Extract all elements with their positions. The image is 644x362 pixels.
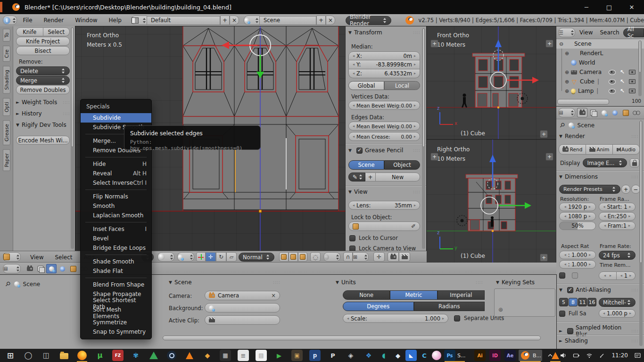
- lock-interface-button[interactable]: [630, 158, 639, 167]
- collapse-region-button[interactable]: [430, 40, 438, 48]
- separate-units-checkbox[interactable]: [454, 315, 460, 321]
- taskbar-app[interactable]: ▤: [255, 350, 268, 361]
- specials-menu-item[interactable]: Select Inverse Ctrl I: [81, 178, 151, 188]
- editor-type-button[interactable]: [3, 16, 17, 25]
- specials-menu-item[interactable]: Blend From Shape: [81, 280, 151, 289]
- clear-icon[interactable]: ×: [271, 292, 276, 299]
- pin-icon[interactable]: [560, 122, 565, 129]
- display-mode-dropdown[interactable]: All Sc: [623, 28, 644, 37]
- full-sample-checkbox[interactable]: [559, 311, 565, 317]
- audio-button[interactable]: Audio: [613, 144, 640, 155]
- knife-button[interactable]: Knife: [16, 27, 43, 36]
- outliner-item-label[interactable]: Camera: [579, 69, 602, 75]
- lock-to-object-field[interactable]: [348, 222, 420, 231]
- panel-grip-icon[interactable]: [413, 189, 420, 195]
- toolshelf-tab[interactable]: Grease: [3, 120, 10, 145]
- outliner-row[interactable]: Cube |: [556, 77, 644, 86]
- editor-type-button[interactable]: ▤: [3, 264, 21, 273]
- outliner-row[interactable]: Camera |: [556, 67, 644, 77]
- scene-name-field[interactable]: Scene: [260, 16, 316, 25]
- toolshelf-tab[interactable]: Shading: [3, 66, 10, 94]
- median-z-field[interactable]: ◂Z:6.43532m▸: [348, 69, 420, 78]
- volume-icon[interactable]: [560, 352, 567, 359]
- taskbar-app[interactable]: ⊞: [4, 350, 17, 361]
- translate-manipulator-button[interactable]: ✛: [206, 252, 216, 262]
- resolution-x-field[interactable]: ◂1920 p▸: [559, 203, 596, 211]
- grease-pencil-checkbox[interactable]: [356, 148, 363, 154]
- frame-step-field[interactable]: ◂Fram:1▸: [599, 222, 636, 230]
- snap-target-dropdown[interactable]: ⊞: [353, 252, 369, 262]
- unit-system-button[interactable]: None: [343, 290, 390, 300]
- eye-icon[interactable]: [609, 89, 616, 94]
- active-clip-field[interactable]: [205, 315, 280, 325]
- specials-menu-item[interactable]: [85, 222, 147, 222]
- taskbar-app[interactable]: FZ: [111, 350, 124, 361]
- outliner-hscrollbar[interactable]: [557, 99, 609, 105]
- taskbar-app[interactable]: ◆: [391, 350, 405, 361]
- frame-rate-dropdown[interactable]: 24 fps: [599, 251, 636, 260]
- snap-cube-button[interactable]: [289, 252, 298, 262]
- add-scene-button[interactable]: +: [316, 16, 326, 25]
- specials-menu-item[interactable]: Snap to Symmetry: [81, 327, 151, 337]
- battery-icon[interactable]: [573, 352, 580, 359]
- outliner-row[interactable]: RenderL |: [556, 49, 644, 58]
- knife-select-button[interactable]: Select: [43, 27, 70, 36]
- toolshelf-tab[interactable]: Opti: [3, 98, 10, 116]
- taskbar-app[interactable]: ✾: [129, 350, 142, 361]
- transform-orientation-dropdown[interactable]: Normal: [239, 253, 274, 262]
- mean-bevel-weight-field[interactable]: ◂Mean Bevel Weig:0.00▸: [348, 101, 420, 110]
- panel-grip-icon[interactable]: [631, 134, 638, 139]
- aspect-x-field[interactable]: ◂: 1.000▸: [559, 251, 596, 259]
- specials-menu-item[interactable]: Laplacian Smooth: [81, 211, 151, 220]
- render-presets-dropdown[interactable]: Render Presets: [559, 185, 620, 194]
- unit-rotation-button[interactable]: Radians: [414, 302, 485, 311]
- panel-grip-icon[interactable]: [413, 148, 420, 153]
- aa-size-field[interactable]: ◂1.000 p▸: [599, 309, 636, 318]
- taskbar-app[interactable]: B...: [519, 350, 542, 361]
- antialiasing-panel-header[interactable]: Anti-Aliasing: [559, 287, 638, 293]
- aa-samples-button[interactable]: 16: [587, 298, 596, 306]
- shading-panel-header[interactable]: Shading: [559, 337, 638, 344]
- tab-constraints[interactable]: [631, 108, 642, 117]
- scene-panel-header[interactable]: Scene: [169, 279, 280, 286]
- close-button[interactable]: ✕: [621, 0, 642, 14]
- panel-grip-icon[interactable]: [63, 100, 70, 105]
- viewport-menu-item[interactable]: Select: [49, 254, 78, 261]
- outliner-item-label[interactable]: World: [579, 59, 595, 66]
- snap-cube-button[interactable]: [298, 252, 307, 262]
- units-panel-header[interactable]: Units: [336, 279, 483, 286]
- outliner-row[interactable]: Scene |: [556, 39, 644, 49]
- minimize-button[interactable]: ─: [576, 0, 597, 14]
- collapse-region-button[interactable]: [545, 40, 553, 48]
- taskbar-app[interactable]: Ai: [473, 350, 487, 361]
- keying-sets-list[interactable]: ⊕: [494, 288, 555, 317]
- local-button[interactable]: Local: [384, 81, 420, 90]
- aa-samples-button[interactable]: 11: [578, 298, 587, 306]
- taskbar-app[interactable]: [75, 350, 89, 361]
- taskbar-app[interactable]: Ae: [504, 350, 517, 361]
- tab-world[interactable]: [57, 264, 67, 273]
- menu-item[interactable]: Help: [103, 17, 127, 24]
- frame-start-field[interactable]: ◂Start: 1▸: [599, 203, 636, 211]
- unit-scale-field[interactable]: ◂Scale:1.000▸: [343, 314, 448, 323]
- taskbar-app[interactable]: ▦: [219, 350, 232, 361]
- selectable-cursor-icon[interactable]: [620, 78, 625, 85]
- transform-panel-header[interactable]: Transform: [348, 29, 420, 36]
- frame-end-field[interactable]: ◂En:250▸: [599, 212, 636, 221]
- outliner-scrollbar[interactable]: [638, 41, 642, 96]
- lens-field[interactable]: ◂Lens:35mm▸: [348, 201, 420, 210]
- checkbox[interactable]: [559, 272, 565, 279]
- render-button[interactable]: Rend: [559, 144, 586, 155]
- mean-crease-field[interactable]: ◂Mean Crease:0.00▸: [348, 132, 420, 141]
- toolshelf-tab[interactable]: To: [3, 29, 10, 41]
- specials-menu-item[interactable]: Shade Flat: [81, 266, 151, 276]
- taskbar-app[interactable]: ≡: [237, 350, 250, 361]
- rotate-manipulator-button[interactable]: ↻: [216, 252, 226, 262]
- renderable-camera-icon[interactable]: [629, 89, 636, 93]
- menu-item[interactable]: Render: [38, 17, 70, 24]
- scale-manipulator-button[interactable]: ▱: [226, 252, 237, 262]
- median-x-field[interactable]: ◂X:0m▸: [348, 51, 420, 60]
- view-panel-header[interactable]: View: [348, 189, 420, 195]
- panel-grip-icon[interactable]: [631, 338, 638, 344]
- cursor-snap-button[interactable]: ✛: [373, 252, 385, 262]
